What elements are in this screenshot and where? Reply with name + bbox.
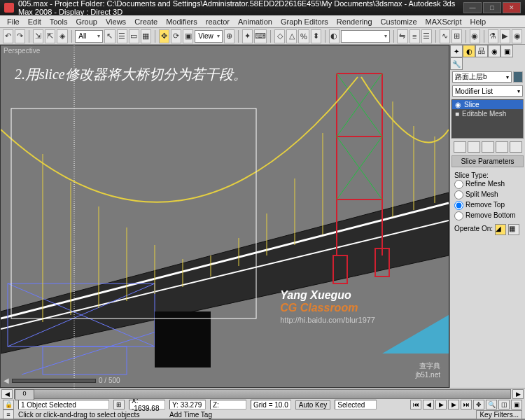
operate-poly-icon[interactable]: ▦	[508, 224, 519, 235]
tab-modify-icon[interactable]: ◐	[463, 45, 475, 57]
rotate-icon[interactable]: ⟳	[171, 29, 181, 43]
opt-refine[interactable]: Refine Mesh	[454, 179, 521, 190]
object-name-field[interactable]: 路面上层b	[452, 71, 512, 83]
key-filters-button[interactable]: Key Filters...	[476, 410, 522, 419]
percentsnap-icon[interactable]: %	[298, 29, 309, 43]
opt-split[interactable]: Split Mesh	[454, 190, 521, 200]
render-scene-icon[interactable]: ⚗	[488, 29, 498, 43]
menu-views[interactable]: Views	[102, 18, 130, 26]
x-spinner[interactable]: X: -1639.68	[129, 400, 165, 410]
window-cross-icon[interactable]: ▦	[141, 29, 151, 43]
menu-help[interactable]: Help	[466, 18, 491, 26]
configure-sets-icon[interactable]	[510, 141, 522, 153]
redo-icon[interactable]: ↷	[15, 29, 25, 43]
ref-coord[interactable]: View	[195, 30, 223, 43]
pivot-icon[interactable]: ⊕	[224, 29, 234, 43]
named-sel-combo[interactable]	[341, 30, 390, 43]
layers-icon[interactable]: ☰	[421, 29, 432, 43]
play-icon[interactable]: ▶	[435, 400, 447, 410]
operate-face-icon[interactable]: ◢	[495, 224, 506, 235]
script-icon[interactable]: ≡	[3, 410, 14, 419]
maximize-button[interactable]: □	[483, 2, 501, 13]
menu-modifiers[interactable]: Modifiers	[162, 18, 202, 26]
minimize-button[interactable]: —	[463, 2, 482, 13]
select-name-icon[interactable]: ☰	[117, 29, 127, 43]
select-icon[interactable]: ↖	[104, 29, 115, 43]
render-icon[interactable]: ▶	[500, 29, 510, 43]
remove-modifier-icon[interactable]	[496, 141, 508, 153]
pin-stack-icon[interactable]	[454, 141, 466, 153]
stack-item-slice[interactable]: ◉ Slice	[452, 100, 523, 109]
timeline-right-icon[interactable]: ▶	[512, 389, 524, 399]
svg-rect-8	[155, 312, 211, 368]
prev-frame-icon[interactable]: ◀	[423, 400, 434, 410]
modifier-stack[interactable]: ◉ Slice ■ Editable Mesh	[451, 99, 524, 139]
tab-create-icon[interactable]: ✦	[450, 45, 463, 57]
menu-customize[interactable]: Customize	[377, 18, 421, 26]
menu-group[interactable]: Group	[71, 18, 102, 26]
absolute-icon[interactable]: ⊞	[113, 400, 125, 410]
time-marker[interactable]: 0	[15, 389, 34, 400]
namedsel-icon[interactable]: ◐	[329, 29, 340, 43]
make-unique-icon[interactable]	[482, 141, 494, 153]
tab-motion-icon[interactable]: ◉	[488, 45, 500, 57]
move-icon[interactable]: ✥	[159, 29, 169, 43]
next-frame-icon[interactable]: ▶	[448, 400, 459, 410]
menu-tools[interactable]: Tools	[46, 18, 72, 26]
material-icon[interactable]: ◉	[470, 29, 480, 43]
key-mode[interactable]: Selected	[335, 400, 377, 410]
modifier-list-combo[interactable]: Modifier List	[452, 85, 523, 97]
opt-removetop[interactable]: Remove Top	[454, 200, 521, 211]
scale-icon[interactable]: ▣	[183, 29, 193, 43]
menu-maxscript[interactable]: MAXScript	[421, 18, 466, 26]
curve-editor-icon[interactable]: ∿	[440, 29, 450, 43]
menu-rendering[interactable]: Rendering	[332, 18, 377, 26]
tab-utilities-icon[interactable]: 🔧	[450, 57, 463, 70]
fov-icon[interactable]: ◫	[498, 400, 510, 410]
mirror-icon[interactable]: ⇋	[397, 29, 407, 43]
timeline[interactable]: 0	[14, 389, 511, 399]
snap-icon[interactable]: ◇	[274, 29, 285, 43]
maximize-vp-icon[interactable]: ▣	[511, 400, 522, 410]
menu-grapheditors[interactable]: Graph Editors	[276, 18, 332, 26]
y-spinner[interactable]: Y: 33.279	[169, 400, 206, 410]
selectmanip-icon[interactable]: ✦	[242, 29, 253, 43]
quick-render-icon[interactable]: ◉	[512, 29, 522, 43]
tab-hierarchy-icon[interactable]: 品	[475, 45, 488, 57]
add-time-tag[interactable]: Add Time Tag	[169, 411, 225, 419]
tab-display-icon[interactable]: ▣	[500, 45, 513, 57]
schematic-icon[interactable]: ⊞	[451, 29, 462, 43]
object-color-swatch[interactable]	[513, 71, 523, 83]
menu-edit[interactable]: Edit	[24, 18, 46, 26]
goto-start-icon[interactable]: ⏮	[410, 400, 421, 410]
viewport[interactable]: Perspective 2.用slice修改器将大桥切分为若干段。	[0, 45, 449, 388]
opt-removebottom[interactable]: Remove Bottom	[454, 211, 521, 221]
timeline-left-icon[interactable]: ◀	[1, 389, 13, 399]
lock-icon[interactable]: 🔒	[3, 400, 14, 410]
show-end-result-icon[interactable]	[468, 141, 480, 153]
keyboard-icon[interactable]: ⌨	[254, 29, 267, 43]
anglesnap-icon[interactable]: △	[286, 29, 297, 43]
selection-status: 1 Object Selected	[18, 400, 109, 410]
mini-slider[interactable]	[12, 379, 96, 383]
spinnersnap-icon[interactable]: ⬍	[311, 29, 321, 43]
selection-filter[interactable]: All	[75, 30, 103, 43]
select-rect-icon[interactable]: ▭	[129, 29, 139, 43]
menu-animation[interactable]: Animation	[234, 18, 276, 26]
zoom-icon[interactable]: 🔍	[486, 400, 497, 410]
bind-icon[interactable]: ◈	[57, 29, 67, 43]
pan-icon[interactable]: ✥	[473, 400, 484, 410]
z-spinner[interactable]: Z:	[210, 400, 246, 410]
menu-reactor[interactable]: reactor	[202, 18, 234, 26]
autokey-button[interactable]: Auto Key	[295, 400, 331, 410]
align-icon[interactable]: ≡	[410, 29, 420, 43]
link-icon[interactable]: ⇲	[33, 29, 43, 43]
close-button[interactable]: ✕	[503, 2, 521, 13]
undo-icon[interactable]: ↶	[3, 29, 13, 43]
menu-create[interactable]: Create	[130, 18, 162, 26]
goto-end-icon[interactable]: ⏭	[461, 400, 472, 410]
unlink-icon[interactable]: ⇱	[45, 29, 55, 43]
stack-item-editable-mesh[interactable]: ■ Editable Mesh	[452, 109, 523, 118]
rollout-header[interactable]: Slice Parameters	[451, 155, 524, 167]
menu-file[interactable]: File	[3, 18, 24, 26]
